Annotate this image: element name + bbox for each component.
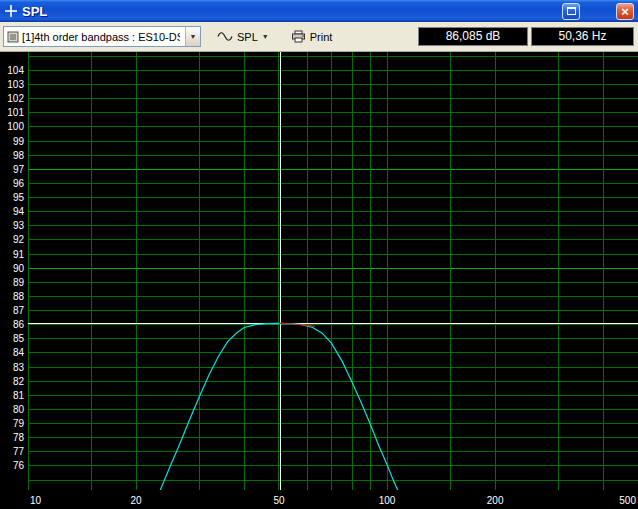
svg-text:99: 99 (13, 136, 25, 147)
svg-text:200: 200 (487, 495, 504, 506)
svg-text:94: 94 (13, 206, 25, 217)
svg-text:78: 78 (13, 432, 25, 443)
cursor-readouts: 86,085 dB 50,36 Hz (418, 27, 635, 46)
close-button[interactable]: × (616, 3, 634, 20)
graph-type-dropdown[interactable]: SPL ▼ (211, 26, 275, 48)
svg-text:90: 90 (13, 263, 25, 274)
svg-text:100: 100 (7, 121, 24, 132)
svg-text:77: 77 (13, 446, 25, 457)
spl-chart[interactable]: 1041031021011009998979695949392919089888… (0, 52, 638, 509)
toolbar: [1]4th order bandpass : ES10-DS ▼ SPL ▼ (0, 22, 638, 52)
spl-window: SPL × [1]4th order bandpass : ES10-DS ▼ (0, 0, 638, 509)
title-bar[interactable]: SPL × (0, 0, 638, 22)
driver-select-arrow[interactable]: ▼ (185, 27, 200, 46)
maximize-icon (567, 7, 576, 15)
driver-select-value: [1]4th order bandpass : ES10-DS (22, 31, 180, 43)
maximize-button[interactable] (562, 3, 580, 20)
svg-text:20: 20 (131, 495, 143, 506)
svg-text:500: 500 (619, 495, 636, 506)
svg-text:100: 100 (379, 495, 396, 506)
svg-text:88: 88 (13, 291, 25, 302)
svg-text:103: 103 (7, 79, 24, 90)
svg-text:95: 95 (13, 192, 25, 203)
spl-chart-canvas[interactable]: 1041031021011009998979695949392919089888… (0, 52, 638, 509)
print-button[interactable]: Print (285, 26, 339, 48)
svg-text:83: 83 (13, 362, 25, 373)
frequency-readout: 50,36 Hz (531, 27, 634, 46)
driver-icon (7, 31, 19, 43)
svg-text:92: 92 (13, 234, 25, 245)
graph-type-label: SPL (237, 31, 258, 43)
driver-select[interactable]: [1]4th order bandpass : ES10-DS ▼ (3, 26, 201, 47)
chevron-down-icon: ▼ (190, 33, 197, 40)
svg-text:76: 76 (13, 460, 25, 471)
svg-text:93: 93 (13, 220, 25, 231)
svg-text:87: 87 (13, 305, 25, 316)
sine-wave-icon (217, 31, 233, 42)
svg-text:50: 50 (273, 495, 285, 506)
svg-text:10: 10 (30, 495, 42, 506)
window-title: SPL (22, 4, 47, 19)
svg-text:96: 96 (13, 178, 25, 189)
printer-icon (291, 30, 306, 43)
svg-text:85: 85 (13, 333, 25, 344)
svg-text:89: 89 (13, 277, 25, 288)
svg-text:104: 104 (7, 65, 24, 76)
svg-text:91: 91 (13, 249, 25, 260)
spl-readout: 86,085 dB (418, 27, 528, 46)
svg-text:80: 80 (13, 404, 25, 415)
svg-text:86: 86 (13, 319, 25, 330)
svg-text:98: 98 (13, 150, 25, 161)
svg-text:102: 102 (7, 93, 24, 104)
svg-text:97: 97 (13, 164, 25, 175)
app-icon (4, 4, 18, 18)
svg-text:79: 79 (13, 418, 25, 429)
svg-text:101: 101 (7, 107, 24, 118)
close-icon: × (621, 5, 629, 18)
chevron-down-icon: ▼ (262, 33, 269, 40)
svg-text:84: 84 (13, 347, 25, 358)
print-label: Print (310, 31, 333, 43)
svg-text:81: 81 (13, 390, 25, 401)
svg-text:82: 82 (13, 376, 25, 387)
